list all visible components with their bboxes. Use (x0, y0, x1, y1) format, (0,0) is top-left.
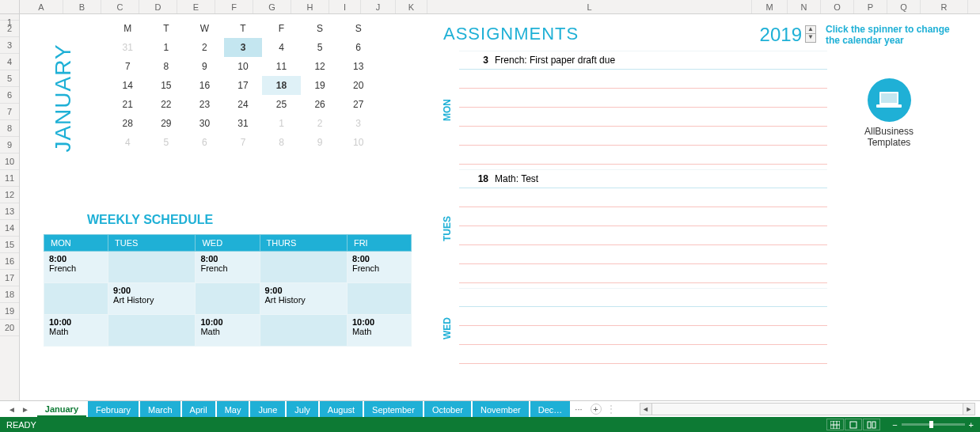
calendar-day[interactable]: 29 (147, 114, 186, 133)
calendar-day[interactable]: 28 (108, 114, 147, 133)
row-header[interactable]: 18 (0, 286, 19, 303)
assignment-line[interactable] (459, 70, 827, 89)
assignment-line[interactable] (459, 127, 827, 146)
weekly-cell[interactable] (196, 283, 260, 315)
calendar-day[interactable]: 5 (147, 133, 186, 152)
column-header[interactable]: C (101, 0, 139, 13)
sheet-tab[interactable]: Dec… (530, 401, 571, 417)
calendar-day[interactable]: 9 (185, 57, 224, 76)
calendar-day[interactable]: 20 (339, 76, 378, 95)
sheet-tab[interactable]: April (182, 401, 215, 417)
row-header[interactable]: 2 (0, 21, 19, 37)
assignment-line[interactable] (459, 89, 827, 108)
tab-nav-buttons[interactable]: ◄ ► (0, 401, 37, 417)
column-header[interactable]: A (20, 0, 63, 13)
page-layout-view-icon[interactable] (845, 419, 862, 430)
row-header[interactable]: 1 (0, 14, 19, 21)
column-header[interactable]: L (427, 0, 752, 13)
assignment-line[interactable] (459, 108, 827, 127)
zoom-out-icon[interactable]: − (892, 420, 897, 430)
column-header[interactable]: B (63, 0, 101, 13)
calendar-day[interactable]: 3 (339, 114, 378, 133)
row-header[interactable]: 5 (0, 70, 19, 87)
assignment-line[interactable]: 18Math: Test (459, 169, 827, 188)
row-header[interactable]: 15 (0, 237, 19, 253)
sheet-tab[interactable]: January (37, 401, 86, 417)
calendar-day[interactable]: 27 (339, 95, 378, 114)
row-header[interactable]: 12 (0, 187, 19, 203)
column-header[interactable]: R (921, 0, 968, 13)
assignment-line[interactable] (459, 307, 827, 326)
weekly-cell[interactable] (44, 283, 108, 315)
weekly-cell[interactable]: 10:00Math (44, 315, 108, 347)
row-header[interactable]: 10 (0, 153, 19, 170)
calendar-day[interactable]: 22 (147, 95, 186, 114)
calendar-day[interactable]: 4 (108, 133, 147, 152)
row-header[interactable]: 6 (0, 87, 19, 104)
column-header[interactable]: K (396, 0, 427, 13)
calendar-day[interactable]: 21 (108, 95, 147, 114)
calendar-day[interactable]: 23 (185, 95, 224, 114)
calendar-day[interactable]: 25 (262, 95, 301, 114)
weekly-cell[interactable]: 10:00Math (196, 315, 260, 347)
weekly-cell[interactable]: 9:00Art History (108, 283, 196, 315)
view-switcher[interactable] (826, 419, 880, 430)
sheet-tab[interactable]: June (250, 401, 285, 417)
calendar-day[interactable]: 16 (185, 76, 224, 95)
weekly-cell[interactable] (260, 315, 347, 347)
assignment-line[interactable] (459, 188, 827, 207)
row-header[interactable]: 20 (0, 320, 19, 336)
calendar-day[interactable]: 2 (301, 114, 340, 133)
calendar-day[interactable]: 7 (224, 133, 263, 152)
calendar-day[interactable]: 15 (147, 76, 186, 95)
calendar-day[interactable]: 10 (224, 57, 263, 76)
scroll-right-icon[interactable]: ► (963, 404, 974, 415)
column-header[interactable]: J (361, 0, 396, 13)
calendar-day[interactable]: 26 (301, 95, 340, 114)
weekly-cell[interactable]: 8:00French (196, 252, 260, 283)
select-all-corner[interactable] (0, 0, 20, 13)
calendar-day[interactable]: 6 (185, 133, 224, 152)
assignment-line[interactable] (459, 288, 827, 307)
sheet-tab[interactable]: November (473, 401, 529, 417)
horizontal-scrollbar[interactable]: ◄ ► (640, 403, 975, 415)
row-header[interactable]: 9 (0, 137, 19, 153)
calendar-day[interactable]: 4 (262, 38, 301, 57)
scroll-left-icon[interactable]: ◄ (640, 404, 652, 415)
column-header[interactable]: E (177, 0, 215, 13)
row-header[interactable]: 4 (0, 54, 19, 70)
row-header[interactable]: 19 (0, 303, 19, 320)
assignment-line[interactable] (459, 345, 827, 364)
calendar-day[interactable]: 1 (147, 38, 186, 57)
normal-view-icon[interactable] (826, 419, 844, 430)
column-header[interactable]: O (821, 0, 854, 13)
weekly-cell[interactable]: 10:00Math (347, 315, 411, 347)
tab-more-icon[interactable]: ··· (572, 401, 585, 417)
row-header[interactable]: 16 (0, 253, 19, 270)
column-header[interactable]: P (854, 0, 887, 13)
tab-nav-prev-icon[interactable]: ◄ (6, 405, 17, 414)
calendar-day[interactable]: 19 (301, 76, 340, 95)
sheet-tab[interactable]: March (140, 401, 180, 417)
zoom-controls[interactable]: − + (892, 420, 974, 430)
zoom-slider[interactable] (902, 423, 965, 426)
weekly-cell[interactable]: 8:00French (347, 252, 411, 283)
assignment-line[interactable] (459, 264, 827, 283)
weekly-cell[interactable] (108, 252, 196, 283)
calendar-day[interactable]: 8 (147, 57, 186, 76)
sheet-tab[interactable]: February (88, 401, 139, 417)
worksheet-area[interactable]: JANUARY MTWTFSS3112345678910111213141516… (20, 14, 980, 400)
row-header[interactable]: 3 (0, 37, 19, 54)
row-header[interactable]: 13 (0, 203, 19, 220)
assignment-line[interactable] (459, 226, 827, 245)
sheet-tab[interactable]: May (217, 401, 249, 417)
year-spinner[interactable]: ▲ ▼ (805, 25, 816, 43)
column-header[interactable]: H (291, 0, 329, 13)
calendar-day[interactable]: 12 (301, 57, 340, 76)
assignment-line[interactable]: 3French: First paper draft due (459, 51, 827, 70)
calendar-day[interactable]: 31 (224, 114, 263, 133)
calendar-day[interactable]: 13 (339, 57, 378, 76)
new-sheet-button[interactable]: + (591, 404, 602, 415)
column-header[interactable]: M (752, 0, 788, 13)
weekly-cell[interactable]: 8:00French (44, 252, 108, 283)
